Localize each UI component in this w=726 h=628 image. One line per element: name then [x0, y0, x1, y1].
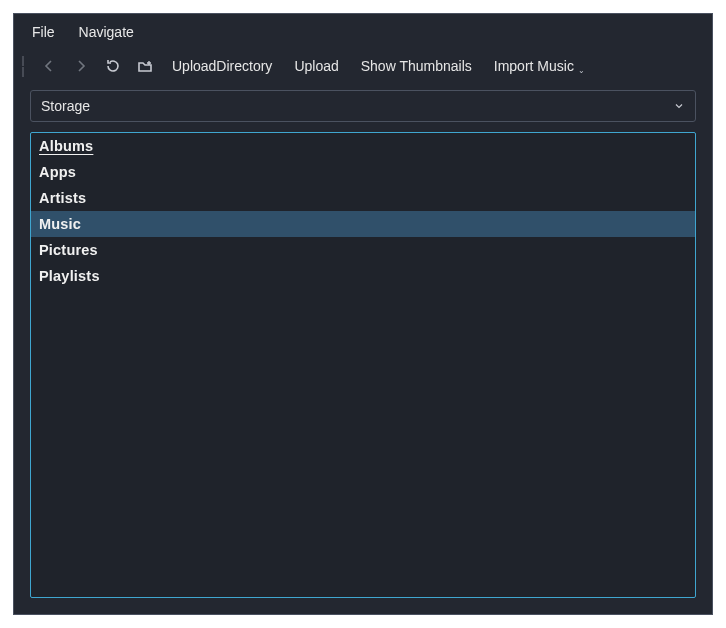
folder-listbox[interactable]: Albums Apps Artists Music Pictures Playl… [30, 132, 696, 598]
content-area: Storage Albums Apps Artists Music Pictur… [14, 90, 712, 614]
upload-button[interactable]: Upload [284, 54, 348, 78]
show-thumbnails-button[interactable]: Show Thumbnails [351, 54, 482, 78]
folder-plus-icon [137, 58, 153, 74]
list-item[interactable]: Albums [31, 133, 695, 159]
list-item[interactable]: Apps [31, 159, 695, 185]
list-item[interactable]: Pictures [31, 237, 695, 263]
upload-directory-button[interactable]: UploadDirectory [162, 54, 282, 78]
refresh-icon [105, 58, 121, 74]
chevron-right-icon [73, 58, 89, 74]
toolbar-grip [20, 55, 28, 77]
menubar: File Navigate [14, 14, 712, 50]
new-folder-button[interactable] [130, 52, 160, 80]
dropdown-caret-icon: ⌄ [578, 66, 585, 75]
list-item[interactable]: Music [31, 211, 695, 237]
menu-file[interactable]: File [20, 18, 67, 46]
toolbar: UploadDirectory Upload Show Thumbnails I… [14, 50, 712, 90]
location-combo[interactable]: Storage [30, 90, 696, 122]
chevron-down-icon [673, 100, 685, 112]
menu-navigate[interactable]: Navigate [67, 18, 146, 46]
import-music-button[interactable]: Import Music ⌄ [484, 54, 595, 78]
list-item[interactable]: Playlists [31, 263, 695, 289]
chevron-left-icon [41, 58, 57, 74]
refresh-button[interactable] [98, 52, 128, 80]
location-combo-value: Storage [41, 98, 90, 114]
list-item[interactable]: Artists [31, 185, 695, 211]
back-button[interactable] [34, 52, 64, 80]
app-window: File Navigate UploadDirectory Upload Sho… [13, 13, 713, 615]
import-music-label: Import Music [494, 58, 574, 74]
forward-button[interactable] [66, 52, 96, 80]
